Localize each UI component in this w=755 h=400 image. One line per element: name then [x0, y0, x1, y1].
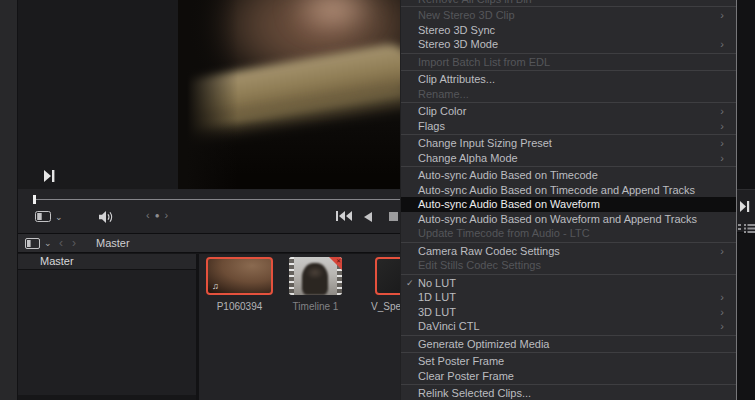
menu-item-generate-optimized-media[interactable]: Generate Optimized Media: [401, 337, 736, 352]
menu-item-new-stereo-3d-clip[interactable]: New Stereo 3D Clip›: [401, 8, 736, 23]
menu-item-stereo-3d-sync[interactable]: Stereo 3D Sync: [401, 23, 736, 38]
bin-list-toggle-icon[interactable]: [25, 238, 40, 249]
submenu-arrow-icon: ›: [720, 119, 724, 134]
clip-thumbnail-timeline[interactable]: ✕: [289, 257, 342, 295]
chevron-down-icon[interactable]: ⌄: [55, 212, 63, 222]
menu-item-no-lut[interactable]: ✓No LUT: [401, 276, 736, 291]
out-point-icon[interactable]: [740, 201, 750, 212]
viewer-control-strip: ⌄ ‹●›: [18, 189, 400, 233]
submenu-arrow-icon: ›: [720, 151, 724, 166]
menu-item-autosync-waveform-append[interactable]: Auto-sync Audio Based on Waveform and Ap…: [401, 212, 736, 227]
submenu-arrow-icon: ›: [720, 244, 724, 259]
back-arrow-icon[interactable]: ‹: [59, 236, 63, 250]
list-view-icon[interactable]: [744, 224, 755, 233]
check-icon: ✓: [406, 276, 414, 291]
playhead-handle[interactable]: [33, 195, 36, 204]
out-point-icon[interactable]: [44, 170, 55, 182]
menu-item-3d-lut[interactable]: 3D LUT›: [401, 305, 736, 320]
menu-item-davinci-ctl[interactable]: DaVinci CTL›: [401, 319, 736, 334]
jog-right-icon[interactable]: ›: [165, 209, 169, 221]
menu-item-camera-raw-codec-settings[interactable]: Camera Raw Codec Settings›: [401, 244, 736, 259]
menu-item-import-batch-list[interactable]: Import Batch List from EDL: [401, 55, 736, 70]
menu-item-1d-lut[interactable]: 1D LUT›: [401, 290, 736, 305]
menu-item-clear-poster-frame[interactable]: Clear Poster Frame: [401, 369, 736, 384]
submenu-arrow-icon: ›: [720, 37, 724, 52]
clip-label[interactable]: Timeline 1: [282, 301, 349, 312]
submenu-arrow-icon: ›: [720, 305, 724, 320]
menu-item-change-input-sizing-preset[interactable]: Change Input Sizing Preset›: [401, 136, 736, 151]
clip-thumbnail-audio[interactable]: ♫: [206, 257, 273, 295]
bin-item-master[interactable]: Master: [18, 254, 196, 270]
menu-item-relink-selected-clips[interactable]: Relink Selected Clips...: [401, 386, 736, 400]
jog-control[interactable]: ‹●›: [146, 209, 168, 221]
submenu-arrow-icon: ›: [720, 104, 724, 119]
submenu-arrow-icon: ›: [720, 8, 724, 23]
jog-dot-icon[interactable]: ●: [150, 211, 165, 220]
current-bin-title: Master: [96, 237, 130, 249]
bin-sidebar: Master: [18, 254, 196, 395]
menu-item-set-poster-frame[interactable]: Set Poster Frame: [401, 354, 736, 369]
play-reverse-icon[interactable]: [364, 212, 372, 222]
menu-item-autosync-timecode[interactable]: Auto-sync Audio Based on Timecode: [401, 168, 736, 183]
menu-item-flags[interactable]: Flags›: [401, 119, 736, 134]
menu-item-update-timecode-ltc[interactable]: Update Timecode from Audio - LTC: [401, 226, 736, 241]
music-note-icon: ♫: [212, 281, 219, 291]
menu-item-edit-stills-codec-settings[interactable]: Edit Stills Codec Settings: [401, 258, 736, 273]
chevron-down-icon[interactable]: ⌄: [44, 238, 52, 248]
grip-dots-icon: [738, 224, 741, 232]
source-viewer: ⌄ ‹●›: [18, 0, 400, 233]
thumbnail-figure: [302, 263, 328, 295]
menu-item-rename[interactable]: Rename...: [401, 87, 736, 102]
right-viewer-strip: [737, 189, 755, 233]
audio-volume-icon[interactable]: [99, 211, 113, 223]
menu-item-change-alpha-mode[interactable]: Change Alpha Mode›: [401, 151, 736, 166]
menu-item-stereo-3d-mode[interactable]: Stereo 3D Mode›: [401, 37, 736, 52]
filmstrip-perforation: [289, 257, 294, 295]
stop-icon[interactable]: [389, 212, 398, 221]
submenu-arrow-icon: ›: [720, 136, 724, 151]
submenu-arrow-icon: ›: [720, 290, 724, 305]
right-panel-sliver: [737, 0, 755, 400]
menu-item-clip-color[interactable]: Clip Color›: [401, 104, 736, 119]
left-toolbar-rail: [0, 0, 18, 400]
forward-arrow-icon[interactable]: ›: [72, 236, 76, 250]
viewer-mode-icon[interactable]: [35, 211, 51, 222]
go-to-first-frame-icon[interactable]: [336, 211, 353, 221]
menu-item-autosync-timecode-append[interactable]: Auto-sync Audio Based on Timecode and Ap…: [401, 183, 736, 198]
menu-item-autosync-waveform[interactable]: Auto-sync Audio Based on Waveform: [401, 197, 736, 212]
clip-label[interactable]: P1060394: [206, 301, 273, 312]
offline-badge-icon: ✕: [329, 257, 342, 270]
scrubber-track[interactable]: [36, 199, 400, 200]
menu-item-clip-attributes[interactable]: Clip Attributes...: [401, 72, 736, 87]
video-preview: [178, 0, 400, 189]
video-shade-left: [178, 0, 238, 189]
submenu-arrow-icon: ›: [720, 319, 724, 334]
context-menu: Remove All Clips in Bin New Stereo 3D Cl…: [400, 0, 737, 400]
